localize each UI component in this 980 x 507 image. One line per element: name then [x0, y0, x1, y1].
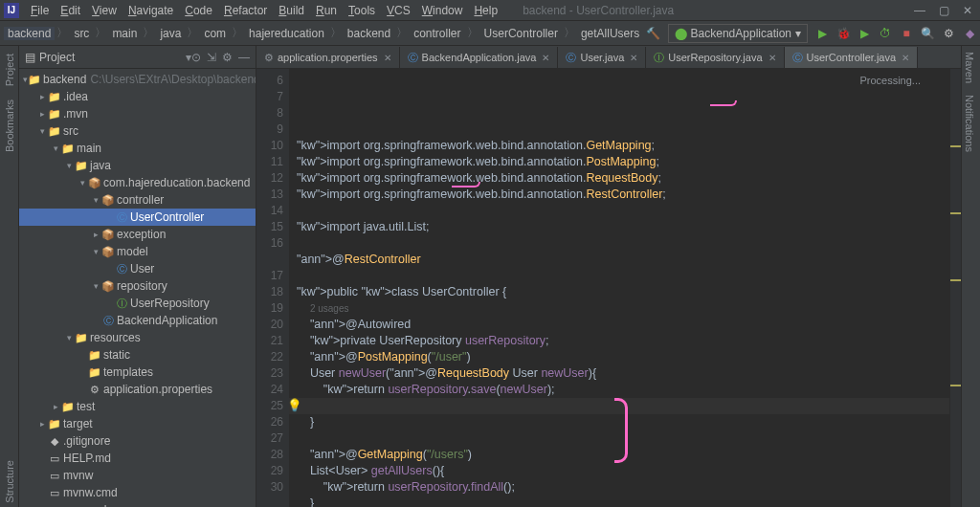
code-line[interactable]: "kw">import java.util.List; [297, 219, 949, 235]
settings-icon[interactable]: ⚙ [942, 27, 955, 40]
menu-vcs[interactable]: VCS [381, 4, 416, 17]
coverage-icon[interactable]: ▶ [858, 27, 871, 40]
stripe-bookmarks[interactable]: Bookmarks [4, 96, 15, 156]
tree-node[interactable]: ⒸUser [19, 260, 256, 277]
menu-run[interactable]: Run [310, 4, 343, 17]
code-line[interactable]: "kw">import org.springframework.web.bind… [297, 154, 949, 170]
settings-icon[interactable]: ⚙ [222, 51, 233, 64]
code-line[interactable] [297, 235, 949, 252]
code-line[interactable]: "kw">private UserRepository userReposito… [297, 333, 949, 349]
menu-edit[interactable]: Edit [55, 4, 86, 17]
tab-close-icon[interactable]: ✕ [384, 53, 391, 63]
tree-node[interactable]: ▸📦exception [19, 226, 256, 243]
tree-node[interactable]: ▸📁.mvn [19, 105, 256, 122]
code-line[interactable]: User newUser("ann">@RequestBody User new… [297, 365, 949, 382]
code-area[interactable]: Processing... "kw">import org.springfram… [289, 69, 949, 507]
tree-node[interactable]: ▾📁main [19, 140, 256, 157]
tree-twisty-icon[interactable]: ▸ [36, 419, 48, 429]
code-line[interactable]: "kw">return userRepository.findAll(); [297, 479, 949, 496]
minimize-icon[interactable]: ― [914, 4, 925, 17]
tree-twisty-icon[interactable]: ▾ [63, 333, 75, 342]
tree-twisty-icon[interactable]: ▾ [90, 247, 101, 256]
menu-view[interactable]: View [86, 4, 122, 17]
menu-code[interactable]: Code [179, 4, 218, 17]
tree-node[interactable]: ⒾUserRepository [19, 295, 256, 312]
tree-node[interactable]: ▾📁src [19, 122, 256, 140]
tree-node[interactable]: ⚙application.properties [19, 381, 256, 398]
editor-tab[interactable]: ⒾUserRepository.java✕ [646, 47, 784, 68]
tree-node[interactable]: 📁static [19, 346, 256, 364]
breadcrumb-seg[interactable]: controller [410, 27, 464, 40]
breadcrumb-seg[interactable]: getAllUsers [577, 27, 643, 40]
tree-node[interactable]: ▾📁backend C:\Users\EXtrA\Desktop\backend… [19, 71, 256, 88]
breadcrumb-seg[interactable]: main [108, 27, 141, 40]
tree-node[interactable]: 📁templates [19, 364, 256, 381]
code-line[interactable] [297, 203, 949, 219]
hide-icon[interactable]: ― [238, 51, 250, 64]
breadcrumb-seg[interactable]: backend [344, 27, 394, 40]
stripe-structure[interactable]: Structure [4, 456, 15, 507]
tab-close-icon[interactable]: ✕ [630, 53, 637, 63]
tree-twisty-icon[interactable]: ▾ [63, 161, 75, 170]
menu-help[interactable]: Help [468, 4, 503, 17]
tree-node[interactable]: ◆.gitignore [19, 432, 256, 450]
close-icon[interactable]: ✕ [963, 4, 972, 17]
tree-node[interactable]: ▾📦controller [19, 191, 256, 209]
tree-node[interactable]: ⒸUserController [19, 209, 256, 226]
tree-node[interactable]: ▭mvnw [19, 467, 256, 484]
tree-twisty-icon[interactable]: ▾ [77, 178, 88, 187]
tree-node[interactable]: ▾📁resources [19, 329, 256, 346]
tree-node[interactable]: ▾📁java [19, 157, 256, 174]
maximize-icon[interactable]: ▢ [939, 4, 949, 17]
intention-bulb-icon[interactable]: 💡 [287, 398, 302, 414]
menu-refactor[interactable]: Refactor [218, 4, 273, 17]
editor-tab[interactable]: ⚙application.properties✕ [256, 47, 400, 68]
code-line[interactable]: "kw">public "kw">class UserController { [297, 284, 949, 300]
menu-window[interactable]: Window [416, 4, 469, 17]
build-icon[interactable]: 🔨 [647, 27, 660, 40]
code-line[interactable]: 2 usages [297, 300, 949, 317]
tree-twisty-icon[interactable]: ▾ [36, 126, 48, 136]
menu-build[interactable]: Build [273, 4, 310, 17]
tree-twisty-icon[interactable]: ▸ [90, 230, 101, 239]
tree-node[interactable]: ▸📁.idea [19, 88, 256, 105]
breadcrumb-seg[interactable]: java [156, 27, 185, 40]
breadcrumb-seg[interactable]: backend [4, 27, 55, 40]
code-line[interactable]: List<User> getAllUsers(){ [297, 463, 949, 479]
menu-navigate[interactable]: Navigate [122, 4, 179, 17]
tree-node[interactable]: ▭HELP.md [19, 450, 256, 467]
breadcrumb-seg[interactable]: UserController [480, 27, 562, 40]
code-line[interactable]: "ann">@Autowired [297, 317, 949, 333]
breadcrumb-seg[interactable]: src [70, 27, 93, 40]
stripe-maven[interactable]: Maven [962, 46, 977, 89]
menu-tools[interactable]: Tools [343, 4, 381, 17]
tree-node[interactable]: ▸📁target [19, 415, 256, 432]
tree-node[interactable]: mpom.xml [19, 501, 256, 507]
stripe-notifications[interactable]: Notifications [962, 89, 977, 158]
run-config-dropdown[interactable]: ⬤ BackendApplication ▾ [668, 24, 808, 43]
tree-node[interactable]: ▸📁test [19, 398, 256, 415]
stop-icon[interactable]: ■ [900, 27, 913, 40]
code-line[interactable] [297, 268, 949, 284]
expand-all-icon[interactable]: ⇲ [207, 51, 216, 64]
tree-twisty-icon[interactable]: ▾ [90, 281, 101, 291]
code-line[interactable] [297, 121, 949, 138]
tree-twisty-icon[interactable]: ▾ [90, 195, 101, 205]
tree-twisty-icon[interactable]: ▸ [50, 402, 61, 411]
ide-extra-icon[interactable]: ◆ [963, 27, 976, 40]
editor-tab[interactable]: ⒸBackendApplication.java✕ [400, 47, 559, 68]
search-icon[interactable]: 🔍 [921, 27, 934, 40]
tree-twisty-icon[interactable]: ▸ [36, 92, 48, 101]
tab-close-icon[interactable]: ✕ [902, 53, 909, 63]
profile-icon[interactable]: ⏱ [879, 27, 892, 40]
project-tree[interactable]: ▾📁backend C:\Users\EXtrA\Desktop\backend… [19, 69, 256, 507]
menu-file[interactable]: File [25, 4, 55, 17]
tree-node[interactable]: ▾📦com.hajereducation.backend [19, 174, 256, 191]
code-line[interactable]: "ann">@RestController [297, 252, 949, 268]
tab-close-icon[interactable]: ✕ [768, 53, 776, 63]
editor-tab[interactable]: ⒸUserController.java✕ [785, 47, 919, 68]
code-line[interactable]: "kw">return userRepository.save(newUser)… [297, 382, 949, 398]
code-line[interactable]: "ann">@PostMapping("/user") [297, 349, 949, 365]
breadcrumb-seg[interactable]: hajereducation [245, 27, 328, 40]
debug-icon[interactable]: 🐞 [836, 27, 850, 40]
